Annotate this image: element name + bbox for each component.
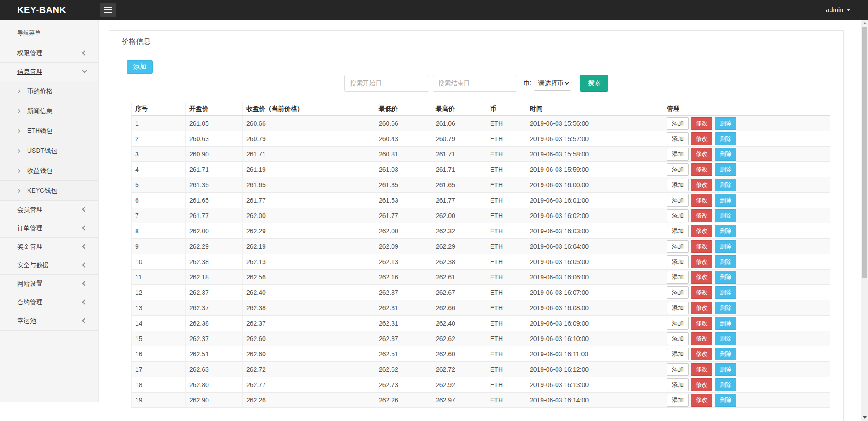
row-add-button[interactable]: 添加: [667, 117, 689, 130]
row-edit-button[interactable]: 修改: [691, 255, 712, 268]
sidebar-item-信息管理[interactable]: 信息管理: [0, 63, 98, 81]
cell-time: 2019-06-03 16:04:00: [526, 239, 663, 254]
sidebar-toggle-button[interactable]: [100, 3, 116, 17]
sidebar-item-奖金管理[interactable]: 奖金管理: [0, 238, 98, 256]
row-add-button[interactable]: 添加: [667, 179, 689, 191]
row-delete-button[interactable]: 删除: [715, 302, 736, 314]
cell-high: 262.66: [432, 300, 486, 316]
row-add-button[interactable]: 添加: [667, 209, 689, 222]
sidebar-item-网站设置[interactable]: 网站设置: [0, 275, 98, 293]
row-delete-button[interactable]: 删除: [715, 348, 736, 360]
coin-select[interactable]: 请选择币: [534, 76, 571, 91]
sidebar-item-新闻信息[interactable]: 新闻信息: [0, 101, 98, 121]
row-add-button[interactable]: 添加: [667, 255, 689, 268]
row-edit-button[interactable]: 修改: [691, 363, 712, 376]
sidebar-item-USDT钱包[interactable]: USDT钱包: [0, 141, 98, 161]
row-edit-button[interactable]: 修改: [691, 332, 712, 345]
row-edit-button[interactable]: 修改: [691, 148, 712, 161]
row-add-button[interactable]: 添加: [667, 348, 689, 360]
sidebar-item-权限管理[interactable]: 权限管理: [0, 44, 98, 63]
row-edit-button[interactable]: 修改: [691, 317, 712, 330]
row-delete-button[interactable]: 删除: [715, 286, 736, 299]
table-row: 14262.38262.37262.31262.40ETH2019-06-03 …: [132, 316, 830, 331]
cell-open: 261.71: [186, 162, 243, 177]
row-add-button[interactable]: 添加: [667, 394, 689, 407]
start-date-input[interactable]: [344, 75, 429, 92]
row-delete-button[interactable]: 删除: [715, 378, 736, 391]
row-edit-button[interactable]: 修改: [691, 209, 712, 222]
cell-time: 2019-06-03 15:58:00: [526, 147, 663, 162]
row-edit-button[interactable]: 修改: [691, 132, 712, 145]
row-delete-button[interactable]: 删除: [715, 179, 736, 191]
sidebar-item-会员管理[interactable]: 会员管理: [0, 201, 98, 219]
sidebar-item-label: KEYC钱包: [27, 187, 57, 195]
row-edit-button[interactable]: 修改: [691, 394, 712, 407]
user-menu[interactable]: admin: [826, 0, 851, 20]
row-delete-button[interactable]: 删除: [715, 117, 736, 130]
row-delete-button[interactable]: 删除: [715, 163, 736, 176]
row-add-button[interactable]: 添加: [667, 363, 689, 376]
cell-high: 262.00: [432, 208, 486, 223]
cell-high: 262.67: [432, 285, 486, 300]
sidebar-item-安全与数据[interactable]: 安全与数据: [0, 256, 98, 275]
sidebar-item-收益钱包[interactable]: 收益钱包: [0, 161, 98, 181]
row-edit-button[interactable]: 修改: [691, 240, 712, 253]
row-edit-button[interactable]: 修改: [691, 348, 712, 360]
row-add-button[interactable]: 添加: [667, 378, 689, 391]
cell-low: 262.31: [375, 300, 432, 316]
cell-high: 262.38: [432, 254, 486, 270]
row-edit-button[interactable]: 修改: [691, 378, 712, 391]
row-add-button[interactable]: 添加: [667, 225, 689, 237]
row-add-button[interactable]: 添加: [667, 194, 689, 207]
row-delete-button[interactable]: 删除: [715, 394, 736, 407]
end-date-input[interactable]: [433, 75, 517, 92]
row-delete-button[interactable]: 删除: [715, 148, 736, 161]
row-delete-button[interactable]: 删除: [715, 271, 736, 284]
row-add-button[interactable]: 添加: [667, 332, 689, 345]
row-delete-button[interactable]: 删除: [715, 363, 736, 376]
row-add-button[interactable]: 添加: [667, 286, 689, 299]
row-delete-button[interactable]: 删除: [715, 209, 736, 222]
sidebar-item-合约管理[interactable]: 合约管理: [0, 293, 98, 312]
row-add-button[interactable]: 添加: [667, 317, 689, 330]
row-add-button[interactable]: 添加: [667, 302, 689, 314]
row-add-button[interactable]: 添加: [667, 240, 689, 253]
row-edit-button[interactable]: 修改: [691, 225, 712, 237]
row-edit-button[interactable]: 修改: [691, 286, 712, 299]
sidebar-item-币的价格[interactable]: 币的价格: [0, 81, 98, 101]
row-edit-button[interactable]: 修改: [691, 117, 712, 130]
row-add-button[interactable]: 添加: [667, 163, 689, 176]
row-add-button[interactable]: 添加: [667, 271, 689, 284]
chevron-left-icon: [82, 207, 87, 212]
submenu-arrow-icon: [17, 149, 20, 152]
scroll-up-arrow[interactable]: [861, 20, 868, 27]
row-add-button[interactable]: 添加: [667, 132, 689, 145]
cell-low: 262.00: [375, 223, 432, 239]
row-delete-button[interactable]: 删除: [715, 240, 736, 253]
row-delete-button[interactable]: 删除: [715, 255, 736, 268]
sidebar-item-ETH钱包[interactable]: ETH钱包: [0, 121, 98, 141]
sidebar-item-订单管理[interactable]: 订单管理: [0, 219, 98, 238]
sidebar-item-幸运池[interactable]: 幸运池: [0, 312, 98, 331]
scrollbar-thumb[interactable]: [862, 27, 867, 278]
row-delete-button[interactable]: 删除: [715, 317, 736, 330]
row-delete-button[interactable]: 删除: [715, 194, 736, 207]
cell-coin: ETH: [486, 285, 526, 300]
row-edit-button[interactable]: 修改: [691, 179, 712, 191]
table-row: 4261.71261.19261.03261.71ETH2019-06-03 1…: [132, 162, 830, 177]
sidebar: 导航菜单 权限管理信息管理币的价格新闻信息ETH钱包USDT钱包收益钱包KEYC…: [0, 20, 99, 402]
vertical-scrollbar[interactable]: [861, 20, 868, 421]
row-delete-button[interactable]: 删除: [715, 132, 736, 145]
sidebar-item-KEYC钱包[interactable]: KEYC钱包: [0, 181, 98, 201]
row-add-button[interactable]: 添加: [667, 148, 689, 161]
add-price-button[interactable]: 添加: [127, 60, 153, 74]
row-delete-button[interactable]: 删除: [715, 225, 736, 237]
scroll-down-arrow[interactable]: [861, 414, 868, 421]
row-edit-button[interactable]: 修改: [691, 271, 712, 284]
row-edit-button[interactable]: 修改: [691, 163, 712, 176]
row-edit-button[interactable]: 修改: [691, 194, 712, 207]
row-delete-button[interactable]: 删除: [715, 332, 736, 345]
row-edit-button[interactable]: 修改: [691, 302, 712, 314]
search-button[interactable]: 搜索: [580, 75, 608, 92]
cell-high: 262.62: [432, 331, 486, 346]
